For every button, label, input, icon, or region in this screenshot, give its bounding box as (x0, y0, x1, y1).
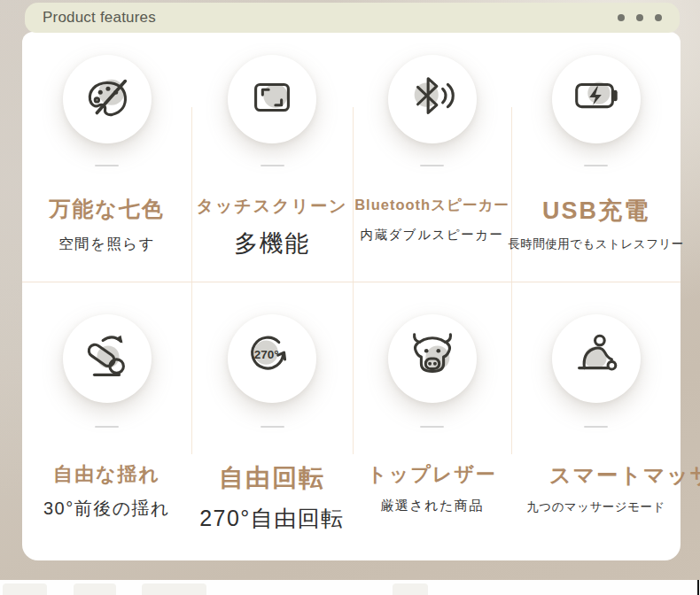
icon-underline-divider (95, 426, 119, 428)
feature-cell: 自由な揺れ 30°前後の揺れ (22, 282, 191, 560)
feature-subtitle: 30°前後の揺れ (43, 498, 170, 520)
features-grid: 万能な七色 空間を照らす タッチスクリーン 多機能 (22, 32, 681, 560)
feature-title: 自由回転 (219, 463, 325, 493)
icon-underline-divider (95, 165, 119, 166)
preview-card-top (3, 583, 47, 595)
icon-underline-divider (584, 165, 608, 166)
feature-cell: 270° 自由回転 270°自由回転 (191, 282, 353, 560)
massage-icon (569, 329, 624, 388)
icon-underline-divider (261, 165, 284, 166)
rotation-degrees-label: 270° (254, 348, 279, 361)
feature-title: タッチスクリーン (196, 197, 347, 217)
feature-cell: タッチスクリーン 多機能 (191, 32, 353, 282)
cow-icon (405, 329, 460, 388)
feature-subtitle: 九つのマッサージモード (526, 500, 665, 515)
rotation-270-icon: 270° (245, 329, 299, 388)
icon-underline-divider (420, 426, 444, 428)
edge-marker (697, 580, 699, 595)
feature-subtitle: 厳選された商品 (380, 498, 484, 514)
feature-icon-circle (552, 55, 641, 143)
feature-title: USB充電 (542, 197, 649, 225)
feature-title: トップレザー (367, 463, 497, 486)
feature-cell: Bluetoothスピーカー 内蔵ダブルスピーカー (353, 32, 511, 282)
feature-subtitle: 多機能 (234, 229, 310, 259)
menu-dots-icon[interactable] (618, 14, 662, 21)
preview-card-top (393, 583, 428, 595)
feature-cell: USB充電 長時間使用でもストレスフリー (511, 32, 681, 282)
feature-cell: トップレザー 厳選された商品 (353, 282, 511, 560)
feature-icon-circle (63, 55, 152, 143)
feature-icon-circle (552, 314, 641, 403)
preview-card-top (74, 583, 116, 595)
preview-card-top (142, 583, 206, 595)
icon-underline-divider (261, 426, 284, 428)
feature-subtitle: 内蔵ダブルスピーカー (360, 227, 503, 243)
feature-title: Bluetoothスピーカー (354, 197, 509, 214)
features-card: 万能な七色 空間を照らす タッチスクリーン 多機能 (22, 32, 681, 560)
bluetooth-speaker-icon (405, 70, 460, 128)
feature-subtitle: 空間を照らす (58, 235, 155, 253)
icon-underline-divider (420, 165, 444, 166)
icon-underline-divider (584, 426, 608, 428)
feature-cell: 万能な七色 空間を照らす (22, 32, 191, 282)
feature-icon-circle: 270° (228, 314, 316, 403)
window-titlebar: Product features (25, 3, 680, 33)
feature-icon-circle (388, 55, 477, 143)
feature-icon-circle (228, 55, 316, 143)
feature-subtitle: 270°自由回転 (199, 505, 345, 532)
feature-title: 自由な揺れ (53, 463, 160, 486)
feature-icon-circle (388, 314, 477, 403)
feature-cell: スマートマッサージ 九つのマッサージモード (511, 282, 681, 560)
feature-icon-circle (63, 314, 152, 403)
product-features-window: Product features 万能な七色 空間を (22, 3, 681, 560)
feature-subtitle: 長時間使用でもストレスフリー (508, 237, 684, 252)
battery-charge-icon (569, 70, 624, 128)
palette-icon (80, 70, 135, 128)
next-section-preview (0, 580, 700, 595)
feature-title: 万能な七色 (49, 197, 165, 222)
touchscreen-icon (245, 70, 299, 128)
rocking-chair-icon (80, 329, 135, 388)
feature-title: スマートマッサージ (549, 463, 700, 489)
window-title: Product features (43, 9, 156, 27)
